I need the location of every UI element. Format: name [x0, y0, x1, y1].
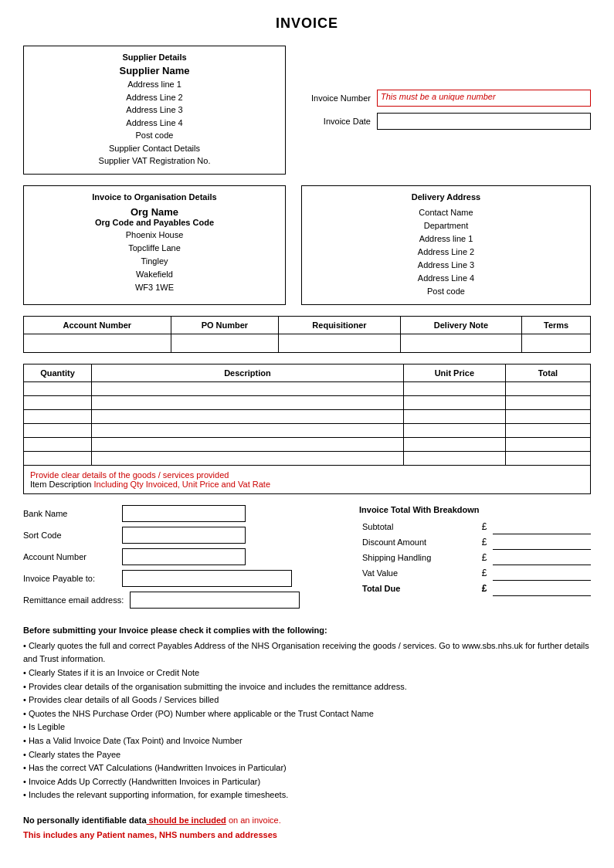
po-number-header: PO Number: [171, 316, 279, 334]
total-1[interactable]: [505, 381, 590, 395]
bank-name-input[interactable]: [122, 505, 246, 522]
sort-code-row: Sort Code: [23, 527, 344, 544]
checklist-item-9: • Invoice Adds Up Correctly (Handwritten…: [23, 775, 591, 789]
bank-name-label: Bank Name: [23, 509, 116, 518]
item-row-1: [24, 381, 591, 395]
unit-5[interactable]: [403, 437, 505, 451]
shipping-label: Shipping Handling: [359, 550, 479, 565]
remittance-label: Remittance email address:: [23, 595, 124, 605]
checklist-section: Before submitting your Invoice please ch…: [23, 626, 591, 802]
qty-1[interactable]: [24, 381, 92, 395]
checklist-item-5: • Is Legible: [23, 721, 591, 734]
delivery-addr-3: Address Line 3: [310, 259, 582, 272]
bottom-section: Bank Name Sort Code Account Number Invoi…: [23, 505, 591, 613]
totals-title: Invoice Total With Breakdown: [359, 505, 591, 514]
subtotal-pound: £: [479, 519, 493, 534]
payable-row: Invoice Payable to:: [23, 570, 344, 587]
sort-code-input[interactable]: [122, 527, 246, 544]
invoice-number-input[interactable]: This must be a unique number: [377, 90, 591, 107]
account-number-input[interactable]: [122, 548, 246, 565]
total-due-value[interactable]: [493, 581, 591, 596]
items-wrapper: Quantity Description Unit Price Total: [23, 364, 591, 494]
org-address-0: Phoenix House: [32, 229, 277, 242]
checklist-item-1: • Clearly States if it is an Invoice or …: [23, 666, 591, 680]
desc-2[interactable]: [92, 395, 404, 409]
total-6[interactable]: [505, 451, 590, 465]
unit-1[interactable]: [403, 381, 505, 395]
middle-section: Invoice to Organisation Details Org Name…: [23, 185, 591, 305]
desc-5[interactable]: [92, 437, 404, 451]
items-note-red-part: Including Qty Invoiced, Unit Price and V…: [94, 480, 270, 489]
subtotal-value[interactable]: [493, 519, 591, 534]
unit-3[interactable]: [403, 409, 505, 423]
items-note-line1: Provide clear details of the goods / ser…: [30, 470, 584, 480]
invoice-date-input[interactable]: [377, 113, 591, 130]
org-box-title: Invoice to Organisation Details: [32, 192, 277, 202]
shipping-pound: £: [479, 550, 493, 565]
po-number-cell[interactable]: [171, 334, 279, 352]
delivery-addr-2: Address Line 2: [310, 246, 582, 259]
footer-should: should: [147, 815, 179, 825]
desc-4[interactable]: [92, 423, 404, 437]
supplier-contact: Supplier Contact Details: [32, 142, 277, 155]
footer-line1: No personally identifiable data should b…: [23, 813, 591, 828]
org-address-1: Topcliffe Lane: [32, 242, 277, 255]
vat-label: Vat Value: [359, 565, 479, 581]
delivery-addr-4: Address Line 4: [310, 272, 582, 285]
remittance-input[interactable]: [130, 592, 300, 609]
supplier-address-4: Address Line 4: [32, 117, 277, 130]
desc-3[interactable]: [92, 409, 404, 423]
checklist-item-8: • Has the correct VAT Calculations (Hand…: [23, 761, 591, 775]
checklist-item-7: • Clearly states the Payee: [23, 748, 591, 762]
total-3[interactable]: [505, 409, 590, 423]
qty-3[interactable]: [24, 409, 92, 423]
payable-input[interactable]: [122, 570, 292, 587]
unit-2[interactable]: [403, 395, 505, 409]
invoice-date-label: Invoice Date: [301, 117, 371, 126]
totals-section: Invoice Total With Breakdown Subtotal £ …: [359, 505, 591, 613]
delivery-contact: Contact Name: [310, 206, 582, 219]
footer-bold-black: No personally identifiable data: [23, 815, 147, 825]
checklist-title: Before submitting your Invoice please ch…: [23, 626, 591, 635]
top-section: Supplier Details Supplier Name Address l…: [23, 46, 591, 175]
supplier-box-title: Supplier Details: [32, 53, 277, 62]
vat-value[interactable]: [493, 565, 591, 581]
total-due-label: Total Due: [359, 581, 479, 596]
qty-header: Quantity: [24, 364, 92, 381]
desc-6[interactable]: [92, 451, 404, 465]
total-2[interactable]: [505, 395, 590, 409]
qty-4[interactable]: [24, 423, 92, 437]
terms-cell[interactable]: [522, 334, 591, 352]
total-5[interactable]: [505, 437, 590, 451]
totals-table: Subtotal £ Discount Amount £ Shipping Ha…: [359, 519, 591, 597]
desc-1[interactable]: [92, 381, 404, 395]
unit-6[interactable]: [403, 451, 505, 465]
total-header: Total: [505, 364, 590, 381]
invoice-fields: Invoice Number This must be a unique num…: [301, 46, 591, 175]
qty-2[interactable]: [24, 395, 92, 409]
qty-5[interactable]: [24, 437, 92, 451]
discount-value[interactable]: [493, 534, 591, 550]
supplier-postcode: Post code: [32, 129, 277, 142]
total-4[interactable]: [505, 423, 590, 437]
desc-header: Description: [92, 364, 404, 381]
footer-note: No personally identifiable data should b…: [23, 813, 591, 842]
checklist-item-3: • Provides clear details of all Goods / …: [23, 693, 591, 707]
org-address-3: Wakefield: [32, 268, 277, 281]
qty-6[interactable]: [24, 451, 92, 465]
subtotal-label: Subtotal: [359, 519, 479, 534]
supplier-box: Supplier Details Supplier Name Address l…: [23, 46, 286, 175]
account-number-cell[interactable]: [24, 334, 171, 352]
requisitioner-cell[interactable]: [279, 334, 400, 352]
account-number-header: Account Number: [24, 316, 171, 334]
items-note-line2: Item Description Including Qty Invoiced,…: [30, 480, 584, 489]
footer-on-invoice: on an invoice.: [226, 815, 281, 825]
shipping-value[interactable]: [493, 550, 591, 565]
org-code: Org Code and Payables Code: [32, 218, 277, 227]
checklist-item-4: • Quotes the NHS Purchase Order (PO) Num…: [23, 707, 591, 721]
org-address-2: Tingley: [32, 255, 277, 268]
checklist-item-2: • Provides clear details of the organisa…: [23, 680, 591, 694]
unit-4[interactable]: [403, 423, 505, 437]
delivery-note-cell[interactable]: [400, 334, 521, 352]
delivery-addr-1: Address line 1: [310, 232, 582, 246]
